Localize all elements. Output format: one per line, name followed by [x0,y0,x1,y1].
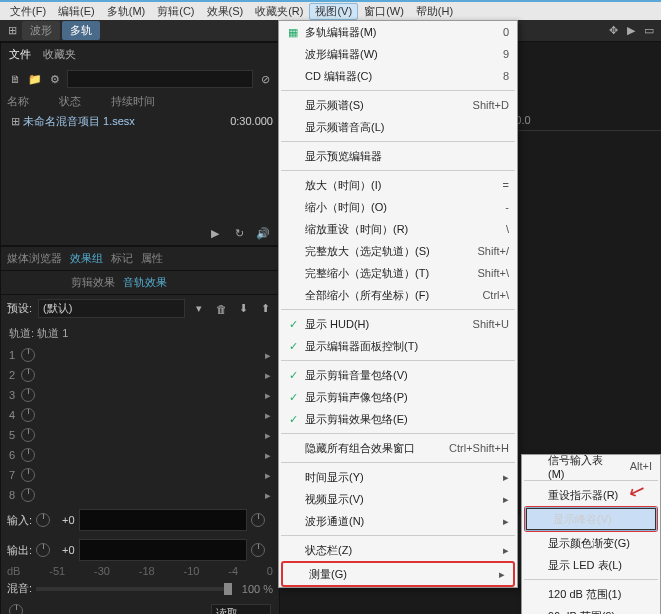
file-name: 未命名混音项目 1.sesx [23,114,230,129]
read-mode-select[interactable]: 读取 [211,604,271,614]
menu-item[interactable]: ✓显示剪辑音量包络(V) [279,364,517,386]
search-input[interactable] [67,70,253,88]
fx-slot-3-power[interactable] [21,388,35,402]
volume-icon[interactable]: 🔊 [255,225,271,241]
output-label: 输出: [7,543,32,558]
menu-item[interactable]: 完整缩小（选定轨道）(T)Shift+\ [279,262,517,284]
output-knob[interactable] [36,543,50,557]
menu-item[interactable]: 显示频谱(S)Shift+D [279,94,517,116]
submenu-item[interactable]: 显示 LED 表(L) [522,554,660,576]
input-meter [79,509,247,531]
file-duration: 0:30.000 [230,115,273,127]
tab-media-browser[interactable]: 媒体浏览器 [7,251,62,266]
waveform-icon[interactable]: ⊞ [4,23,20,39]
mix-slider[interactable] [36,587,232,591]
fx-slot-4-power[interactable] [21,408,35,422]
fx-slot-1-expand[interactable]: ▸ [265,349,271,362]
submenu-item[interactable]: 显示颜色渐变(G) [522,532,660,554]
fx-slot-8-power[interactable] [21,488,35,502]
tab-multitrack[interactable]: 多轨 [62,21,100,40]
tab-effects-rack[interactable]: 效果组 [70,251,103,266]
menu-item[interactable]: 视频显示(V) [279,488,517,510]
marquee-tool-icon[interactable]: ▭ [641,23,657,39]
menu-item[interactable]: 缩放重设（时间）(R)\ [279,218,517,240]
fx-slot-7-power[interactable] [21,468,35,482]
fx-slot-6-expand[interactable]: ▸ [265,449,271,462]
fx-slot-2-power[interactable] [21,368,35,382]
input-pan-knob[interactable] [251,513,265,527]
tab-track-fx[interactable]: 音轨效果 [123,275,167,290]
power-toggle[interactable] [9,604,23,614]
menu-effect[interactable]: 效果(S) [201,3,250,20]
submenu-item[interactable]: 96 dB 范围(9) [522,605,660,614]
tab-files[interactable]: 文件 [9,47,31,62]
fx-slot-2-expand[interactable]: ▸ [265,369,271,382]
tab-properties[interactable]: 属性 [141,251,163,266]
loop-icon[interactable]: ↻ [231,225,247,241]
fx-slot-5-expand[interactable]: ▸ [265,429,271,442]
menu-help[interactable]: 帮助(H) [410,3,459,20]
menu-item[interactable]: 时间显示(Y) [279,466,517,488]
menu-item[interactable]: 波形通道(N) [279,510,517,532]
col-duration[interactable]: 持续时间 [111,94,155,109]
meter-scale: dB-51-30-18-10-40 [1,565,279,577]
menu-item[interactable]: 隐藏所有组合效果窗口Ctrl+Shift+H [279,437,517,459]
menu-item[interactable]: 放大（时间）(I)= [279,174,517,196]
menu-multi[interactable]: 多轨(M) [101,3,152,20]
fx-slot-1-power[interactable] [21,348,35,362]
menu-item[interactable]: 测量(G) [283,563,513,585]
fx-slot-6-power[interactable] [21,448,35,462]
file-columns: 名称 状态 持续时间 [1,92,279,111]
col-name[interactable]: 名称 [7,94,29,109]
menu-item[interactable]: CD 编辑器(C)8 [279,65,517,87]
menu-item[interactable]: ▦多轨编辑器(M)0 [279,21,517,43]
cursor-tool-icon[interactable]: ▶ [623,23,639,39]
delete-preset-icon[interactable]: 🗑 [213,301,229,317]
fx-slot-5-power[interactable] [21,428,35,442]
col-status[interactable]: 状态 [59,94,81,109]
tab-markers[interactable]: 标记 [111,251,133,266]
submenu-item[interactable]: 120 dB 范围(1) [522,583,660,605]
session-icon: ⊞ [7,113,23,129]
move-tool-icon[interactable]: ✥ [605,23,621,39]
menu-item[interactable]: ✓显示剪辑效果包络(E) [279,408,517,430]
menu-window[interactable]: 窗口(W) [358,3,410,20]
menu-edit[interactable]: 编辑(E) [52,3,101,20]
menu-clip[interactable]: 剪辑(C) [151,3,200,20]
file-row[interactable]: ⊞ 未命名混音项目 1.sesx 0:30.000 [1,111,279,131]
tab-clip-fx[interactable]: 剪辑效果 [71,275,115,290]
view-menu-dropdown: ▦多轨编辑器(M)0波形编辑器(W)9CD 编辑器(C)8显示频谱(S)Shif… [278,20,518,588]
output-pan-knob[interactable] [251,543,265,557]
fx-slot-4-expand[interactable]: ▸ [265,409,271,422]
record-icon[interactable]: ⚙ [47,71,63,87]
menu-item[interactable]: ✓显示编辑器面板控制(T) [279,335,517,357]
menu-view[interactable]: 视图(V) [309,3,358,20]
menu-file[interactable]: 文件(F) [4,3,52,20]
open-file-icon[interactable]: 📁 [27,71,43,87]
menu-item[interactable]: 显示预览编辑器 [279,145,517,167]
save-preset-icon[interactable]: ▾ [191,301,207,317]
download-icon[interactable]: ⬇ [235,301,251,317]
menu-item[interactable]: 缩小（时间）(O)- [279,196,517,218]
menu-item[interactable]: 状态栏(Z) [279,539,517,561]
menu-item[interactable]: 全部缩小（所有坐标）(F)Ctrl+\ [279,284,517,306]
tab-favorites[interactable]: 收藏夹 [43,47,76,62]
preset-select[interactable]: (默认) [38,299,185,318]
fx-slot-7-expand[interactable]: ▸ [265,469,271,482]
fx-slot-3-expand[interactable]: ▸ [265,389,271,402]
submenu-item[interactable]: 显示峰谷(V) [526,508,656,530]
upload-icon[interactable]: ⬆ [257,301,273,317]
tab-waveform[interactable]: 波形 [22,21,60,40]
submenu-item[interactable]: 信号输入表(M)Alt+I [522,455,660,477]
menu-item[interactable]: ✓显示剪辑声像包络(P) [279,386,517,408]
play-icon[interactable]: ▶ [207,225,223,241]
new-file-icon[interactable]: 🗎 [7,71,23,87]
menu-item[interactable]: 波形编辑器(W)9 [279,43,517,65]
menu-fav[interactable]: 收藏夹(R) [249,3,309,20]
input-knob[interactable] [36,513,50,527]
clear-icon[interactable]: ⊘ [257,71,273,87]
menu-item[interactable]: 完整放大（选定轨道）(S)Shift+/ [279,240,517,262]
fx-slot-8-expand[interactable]: ▸ [265,489,271,502]
menu-item[interactable]: 显示频谱音高(L) [279,116,517,138]
menu-item[interactable]: ✓显示 HUD(H)Shift+U [279,313,517,335]
